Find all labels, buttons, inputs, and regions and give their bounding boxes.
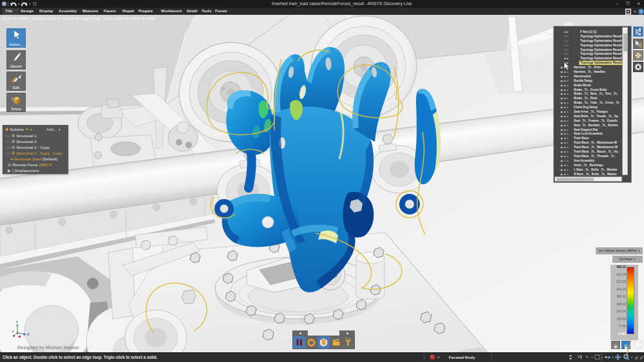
svg-text:Designed by Michael Ramos: Designed by Michael Ramos bbox=[17, 345, 79, 350]
svg-text:Click an object. Double-click: Click an object. Double-click to select … bbox=[1, 16, 156, 21]
svg-text:?: ? bbox=[640, 10, 643, 14]
svg-text:Z: Z bbox=[28, 333, 30, 336]
svg-text:X: X bbox=[12, 330, 14, 333]
